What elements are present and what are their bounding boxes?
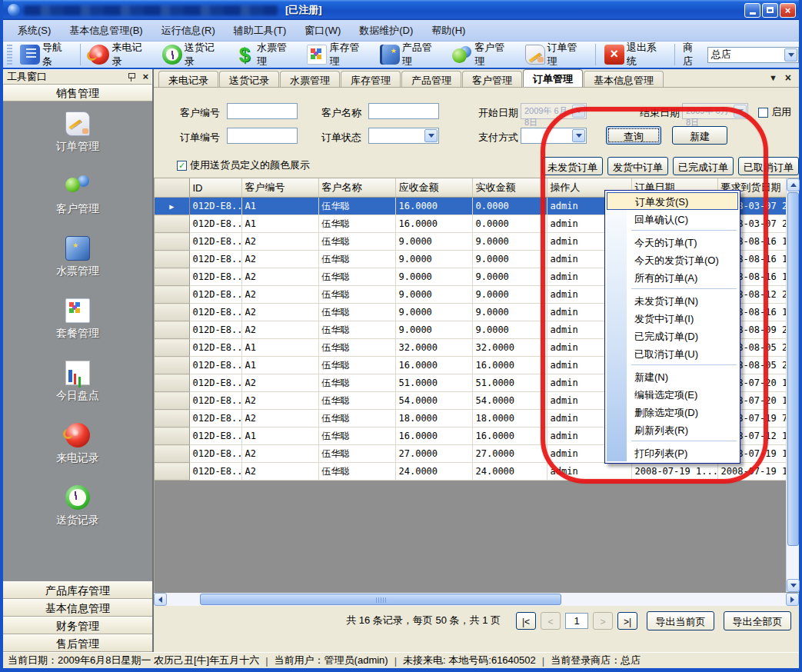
order-status-filter-发货中订单[interactable]: 发货中订单 xyxy=(607,157,668,175)
order-status-select[interactable] xyxy=(368,128,439,144)
context-menu-item-删除选定项(D)[interactable]: 删除选定项(D) xyxy=(607,403,738,421)
column-header-客户名称[interactable]: 客户名称 xyxy=(318,178,395,198)
chevron-down-icon[interactable] xyxy=(572,129,585,142)
row-selector-cell[interactable] xyxy=(155,321,189,339)
checkbox-checked-box[interactable]: ✓ xyxy=(177,161,187,171)
customer-no-input[interactable] xyxy=(227,103,298,119)
sidebar-section-基本信息管理[interactable]: 基本信息管理 xyxy=(3,599,152,617)
minimize-button[interactable] xyxy=(744,3,760,18)
context-menu-item-所有的订单(A)[interactable]: 所有的订单(A) xyxy=(607,268,738,286)
pay-method-select[interactable] xyxy=(521,128,587,144)
tab-来电记录[interactable]: 来电记录 xyxy=(158,71,218,87)
checkbox-box[interactable] xyxy=(758,108,768,118)
sidebar-item-送货记录[interactable]: 送货记录 xyxy=(3,485,152,527)
toolbar-button-订单管理[interactable]: 订单管理 xyxy=(520,39,592,70)
tab-产品管理[interactable]: 产品管理 xyxy=(401,71,461,87)
tab-水票管理[interactable]: 水票管理 xyxy=(280,71,340,87)
context-menu-item-新建(N)[interactable]: 新建(N) xyxy=(607,368,738,385)
order-status-filter-已取消订单[interactable]: 已取消订单 xyxy=(738,157,799,175)
end-date-picker[interactable]: 2009年 6月 8日 xyxy=(682,103,748,119)
chevron-down-icon[interactable] xyxy=(734,105,747,118)
horizontal-scroll-thumb[interactable] xyxy=(200,594,561,605)
toolbar-button-产品管理[interactable]: 产品管理 xyxy=(374,39,447,70)
row-selector-cell[interactable] xyxy=(155,268,189,286)
tab-送货记录[interactable]: 送货记录 xyxy=(219,71,279,87)
context-menu-item-已完成订单(D)[interactable]: 已完成订单(D) xyxy=(607,327,738,344)
tab-客户管理[interactable]: 客户管理 xyxy=(462,71,522,87)
chevron-down-icon[interactable] xyxy=(424,129,438,142)
next-page-button[interactable]: > xyxy=(593,612,613,630)
context-menu-item-编辑选定项(E)[interactable]: 编辑选定项(E) xyxy=(607,385,738,403)
context-menu-item-今天的订单(T)[interactable]: 今天的订单(T) xyxy=(607,233,738,251)
toolbar-button-退出系统[interactable]: ×退出系统 xyxy=(599,39,671,70)
menubar-item[interactable]: 系统(S) xyxy=(9,22,59,40)
tab-基本信息管理[interactable]: 基本信息管理 xyxy=(584,71,664,87)
context-menu-item-已取消订单(U)[interactable]: 已取消订单(U) xyxy=(607,344,738,362)
close-button[interactable]: × xyxy=(780,3,796,18)
scroll-right-icon[interactable] xyxy=(786,593,799,606)
toolbar-button-送货记录[interactable]: 送货记录 xyxy=(157,39,229,70)
sidebar-section-产品库存管理[interactable]: 产品库存管理 xyxy=(3,581,152,599)
row-selector-cell[interactable] xyxy=(155,445,189,463)
menubar-item[interactable]: 运行信息(R) xyxy=(153,22,224,40)
sidebar-item-来电记录[interactable]: 来电记录 xyxy=(3,423,152,465)
shop-combobox[interactable]: 总店 xyxy=(707,47,799,63)
last-page-button[interactable]: >| xyxy=(617,612,637,630)
context-menu-item-打印列表(P)[interactable]: 打印列表(P) xyxy=(607,444,738,461)
sidebar-section-财务管理[interactable]: 财务管理 xyxy=(3,617,152,634)
row-selector-cell[interactable] xyxy=(155,286,189,304)
row-selector-cell[interactable] xyxy=(155,251,189,268)
vertical-scroll-thumb[interactable] xyxy=(787,192,799,546)
sidebar-section-售后管理[interactable]: 售后管理 xyxy=(3,634,152,652)
context-menu-item-刷新列表(R)[interactable]: 刷新列表(R) xyxy=(607,421,738,438)
scroll-up-icon[interactable] xyxy=(787,178,800,191)
vertical-scrollbar[interactable] xyxy=(786,178,799,592)
column-header-应收金额[interactable]: 应收金额 xyxy=(395,178,472,198)
sidebar-item-客户管理[interactable]: 客户管理 xyxy=(3,174,152,216)
context-menu-item-订单发货(S)[interactable]: 订单发货(S) xyxy=(607,192,738,210)
export-current-page-button[interactable]: 导出当前页 xyxy=(647,611,714,630)
row-selector-cell[interactable] xyxy=(155,392,189,410)
scroll-left-icon[interactable] xyxy=(154,593,167,606)
tab-库存管理[interactable]: 库存管理 xyxy=(341,71,401,87)
row-selector-cell[interactable]: ▶ xyxy=(155,198,189,215)
row-selector-cell[interactable] xyxy=(155,357,189,374)
context-menu-item-未发货订单(N)[interactable]: 未发货订单(N) xyxy=(607,291,738,309)
row-selector-cell[interactable] xyxy=(155,374,189,392)
column-header-实收金额[interactable]: 实收金额 xyxy=(472,178,547,198)
page-number-input[interactable]: 1 xyxy=(565,613,588,629)
sidebar-section-sales[interactable]: 销售管理 xyxy=(3,85,152,101)
tool-window-close-icon[interactable]: × xyxy=(142,72,148,82)
toolbar-button-库存管理[interactable]: 库存管理 xyxy=(301,39,374,70)
deliveryman-color-checkbox[interactable]: ✓ 使用送货员定义的颜色展示 xyxy=(177,158,310,172)
menubar-item[interactable]: 基本信息管理(B) xyxy=(61,22,151,40)
column-header-ID[interactable]: ID xyxy=(189,178,241,198)
order-status-filter-已完成订单[interactable]: 已完成订单 xyxy=(673,157,734,175)
sidebar-item-今日盘点[interactable]: 今日盘点 xyxy=(3,361,152,403)
sidebar-item-订单管理[interactable]: 订单管理 xyxy=(3,111,152,154)
context-menu-item-回单确认(C)[interactable]: 回单确认(C) xyxy=(607,210,738,228)
maximize-button[interactable] xyxy=(762,3,778,18)
order-status-filter-未发货订单[interactable]: 未发货订单 xyxy=(542,157,603,175)
sidebar-item-水票管理[interactable]: 水票管理 xyxy=(3,236,152,278)
customer-name-input[interactable] xyxy=(368,103,439,119)
context-menu-item-发货中订单(I)[interactable]: 发货中订单(I) xyxy=(607,309,738,327)
row-selector-cell[interactable] xyxy=(155,427,189,445)
menubar-item[interactable]: 数据维护(D) xyxy=(351,22,421,40)
row-selector-cell[interactable] xyxy=(155,304,189,321)
toolbar-button-客户管理[interactable]: 客户管理 xyxy=(447,39,519,70)
first-page-button[interactable]: |< xyxy=(516,612,536,630)
tab-list-dropdown-icon[interactable]: ▼ xyxy=(769,73,777,82)
chevron-down-icon[interactable] xyxy=(572,105,585,118)
chevron-down-icon[interactable] xyxy=(784,48,797,62)
menubar-item[interactable]: 辅助工具(T) xyxy=(225,22,295,40)
toolbar-button-导航条[interactable]: 导航条 xyxy=(15,39,77,70)
row-selector-cell[interactable] xyxy=(155,215,189,233)
query-button[interactable]: 查询 xyxy=(606,126,661,145)
order-no-input[interactable] xyxy=(227,128,298,144)
toolbar-button-来电记录[interactable]: 来电记录 xyxy=(84,39,156,70)
row-selector-cell[interactable] xyxy=(155,410,189,427)
pin-icon[interactable] xyxy=(127,72,136,82)
column-header-客户编号[interactable]: 客户编号 xyxy=(241,178,318,198)
enable-checkbox[interactable]: 启用 xyxy=(758,105,791,119)
